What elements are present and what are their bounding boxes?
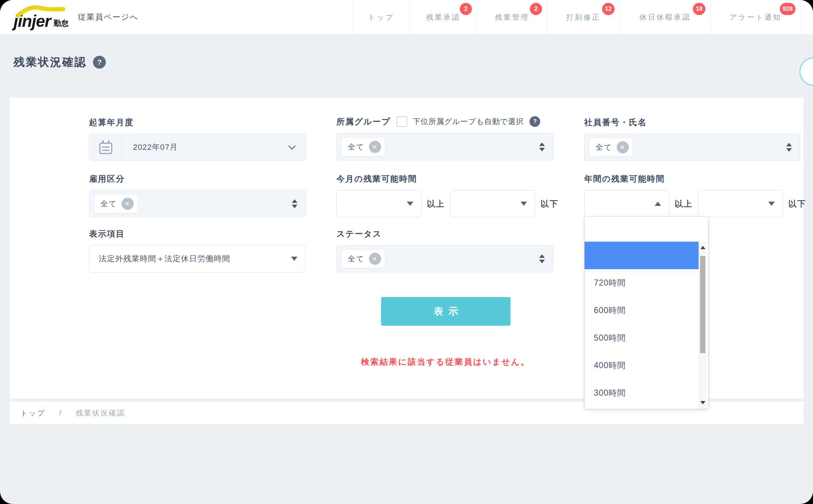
dropdown-scrollbar[interactable] bbox=[699, 242, 706, 409]
monthly-overtime-min-select[interactable] bbox=[336, 190, 422, 217]
dropdown-option-blank[interactable] bbox=[585, 242, 699, 269]
notification-badge: 2 bbox=[460, 3, 472, 15]
nav-item-holiday-approval[interactable]: 休日休暇承認 18 bbox=[620, 0, 710, 34]
dropdown-search-area[interactable] bbox=[585, 217, 708, 242]
triangle-down-icon bbox=[521, 202, 527, 206]
calendar-icon bbox=[89, 134, 122, 160]
nav-item-label: 休日休暇承認 bbox=[640, 13, 691, 22]
notification-badge: 928 bbox=[780, 3, 795, 15]
scrollbar-up-arrow[interactable] bbox=[699, 242, 706, 253]
selected-tag-label: 全て bbox=[596, 142, 612, 152]
remove-tag-icon[interactable]: ✕ bbox=[369, 141, 381, 153]
page-title: 残業状況確認 bbox=[14, 55, 87, 70]
yearly-overtime-max-select[interactable] bbox=[698, 190, 783, 217]
field-start-month: 起算年月度 2022年07月 bbox=[89, 117, 306, 161]
field-employee: 社員番号・氏名 全て ✕ bbox=[584, 117, 800, 161]
scrollbar-thumb[interactable] bbox=[700, 256, 705, 353]
field-label: 所属グループ bbox=[336, 116, 391, 127]
remove-tag-icon[interactable]: ✕ bbox=[122, 198, 134, 210]
dropdown-option[interactable]: 600時間 bbox=[585, 297, 699, 324]
chevron-down-icon bbox=[288, 142, 296, 149]
start-month-select[interactable]: 2022年07月 bbox=[89, 134, 306, 161]
show-button[interactable]: 表示 bbox=[381, 297, 511, 326]
scrollbar-down-arrow[interactable] bbox=[699, 397, 706, 408]
nav-item-label: アラート通知 bbox=[730, 13, 782, 22]
nav-item-top[interactable]: トップ bbox=[353, 0, 409, 34]
updown-arrows-icon bbox=[539, 255, 545, 263]
employee-multiselect[interactable]: 全て ✕ bbox=[584, 134, 800, 161]
nav-item-label: 打刻修正 bbox=[566, 13, 601, 22]
auto-select-checkbox[interactable] bbox=[396, 116, 407, 127]
nav-item-label: 残業承認 bbox=[426, 13, 460, 22]
le-label: 以下 bbox=[541, 198, 558, 209]
remove-tag-icon[interactable]: ✕ bbox=[369, 253, 381, 265]
nav-item-label: 残業管理 bbox=[495, 13, 529, 22]
field-yearly-overtime: 年間の残業可能時間 以上 以下 bbox=[584, 173, 813, 217]
ge-label: 以上 bbox=[675, 198, 693, 209]
field-label: 今月の残業可能時間 bbox=[336, 173, 565, 184]
dropdown-option[interactable]: 500時間 bbox=[585, 324, 699, 352]
group-help-icon[interactable]: ? bbox=[529, 116, 540, 127]
start-month-value: 2022年07月 bbox=[122, 134, 289, 160]
jinjer-logo[interactable]: jinjer 勤怠 bbox=[14, 5, 69, 29]
selected-tag-label: 全て bbox=[348, 142, 365, 152]
nav-item-overtime-approval[interactable]: 残業承認 2 bbox=[409, 0, 477, 34]
notification-badge: 18 bbox=[693, 3, 705, 15]
display-item-select[interactable]: 法定外残業時間＋法定休日労働時間 bbox=[89, 245, 306, 272]
no-results-message: 検索結果に該当する従業員はいません。 bbox=[327, 356, 563, 367]
group-multiselect[interactable]: 全て ✕ bbox=[336, 133, 553, 160]
nav-item-alert-notification[interactable]: アラート通知 928 bbox=[710, 0, 801, 34]
field-label: 雇用区分 bbox=[89, 173, 306, 184]
breadcrumb-home-link[interactable]: トップ bbox=[20, 408, 45, 418]
employment-type-multiselect[interactable]: 全て ✕ bbox=[89, 190, 306, 217]
triangle-down-icon bbox=[768, 202, 775, 206]
field-label: 社員番号・氏名 bbox=[584, 117, 800, 128]
main-nav: トップ 残業承認 2 残業管理 2 打刻修正 12 休日休暇承認 18 アラート… bbox=[353, 0, 801, 34]
field-monthly-overtime: 今月の残業可能時間 以上 以下 bbox=[336, 173, 565, 217]
notification-badge: 2 bbox=[530, 3, 542, 15]
field-group: 所属グループ 下位所属グループも自動で選択 ? 全て ✕ bbox=[336, 115, 565, 160]
remove-tag-icon[interactable]: ✕ bbox=[617, 141, 629, 153]
updown-arrows-icon bbox=[786, 143, 792, 152]
nav-item-punch-correction[interactable]: 打刻修正 12 bbox=[547, 0, 620, 34]
dropdown-option[interactable]: 300時間 bbox=[585, 379, 699, 407]
monthly-overtime-max-select[interactable] bbox=[450, 190, 535, 217]
auto-select-label: 下位所属グループも自動で選択 bbox=[413, 117, 524, 127]
yearly-overtime-min-select[interactable] bbox=[584, 190, 669, 217]
field-status: ステータス 全て ✕ bbox=[336, 228, 553, 272]
dropdown-option[interactable]: 720時間 bbox=[585, 269, 699, 297]
selected-tag: 全て ✕ bbox=[589, 138, 633, 157]
le-label: 以下 bbox=[788, 198, 806, 209]
logo-swoosh-icon bbox=[14, 4, 68, 18]
field-display-item: 表示項目 法定外残業時間＋法定休日労働時間 bbox=[89, 228, 306, 272]
notification-badge: 12 bbox=[602, 3, 615, 15]
selected-tag: 全て ✕ bbox=[341, 249, 385, 268]
employee-page-link[interactable]: 従業員ページへ bbox=[78, 12, 139, 23]
field-label: 表示項目 bbox=[89, 228, 306, 239]
dropdown-option[interactable]: 400時間 bbox=[585, 352, 699, 379]
status-multiselect[interactable]: 全て ✕ bbox=[336, 245, 553, 272]
selected-tag-label: 全て bbox=[100, 199, 117, 209]
field-label: 年間の残業可能時間 bbox=[584, 173, 813, 184]
page-help-icon[interactable]: ? bbox=[93, 56, 106, 69]
selected-tag: 全て ✕ bbox=[94, 194, 138, 213]
field-label: 起算年月度 bbox=[89, 117, 306, 128]
selected-tag: 全て ✕ bbox=[341, 137, 385, 157]
field-label: ステータス bbox=[336, 228, 553, 239]
ge-label: 以上 bbox=[427, 198, 445, 209]
app-window: jinjer 勤怠 従業員ページへ トップ 残業承認 2 残業管理 2 打刻修正… bbox=[0, 0, 813, 504]
triangle-up-icon bbox=[655, 202, 661, 206]
display-item-value: 法定外残業時間＋法定休日労働時間 bbox=[99, 253, 230, 264]
breadcrumb-separator: / bbox=[59, 409, 62, 417]
logo-suffix: 勤怠 bbox=[54, 18, 69, 28]
header-bar: jinjer 勤怠 従業員ページへ トップ 残業承認 2 残業管理 2 打刻修正… bbox=[0, 0, 813, 35]
updown-arrows-icon bbox=[292, 199, 297, 208]
page-header: 残業状況確認 ? bbox=[0, 35, 813, 70]
triangle-down-icon bbox=[407, 202, 413, 206]
nav-item-overtime-management[interactable]: 残業管理 2 bbox=[477, 0, 547, 34]
updown-arrows-icon bbox=[539, 143, 545, 152]
breadcrumb-current: 残業状況確認 bbox=[76, 408, 125, 418]
dropdown-option-list: 720時間 600時間 500時間 400時間 300時間 bbox=[585, 242, 708, 409]
field-employment-type: 雇用区分 全て ✕ bbox=[89, 173, 306, 217]
triangle-down-icon bbox=[291, 257, 297, 261]
